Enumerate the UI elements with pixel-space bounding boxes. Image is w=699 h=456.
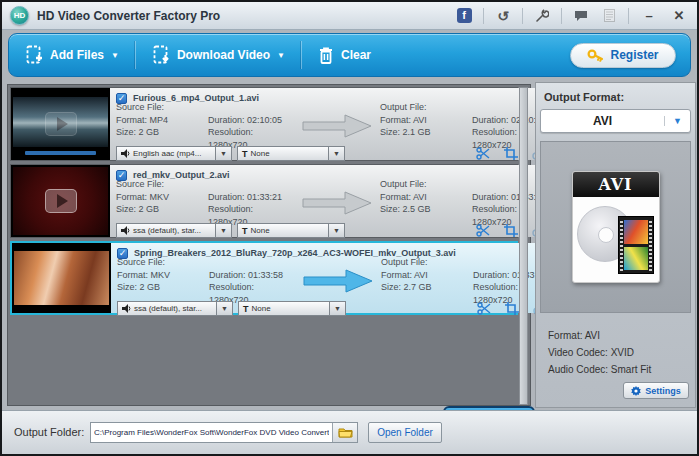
avi-format-icon: AVI [572,171,660,283]
video-thumbnail[interactable] [12,243,111,313]
video-thumbnail[interactable] [11,165,110,237]
subtitle-T-icon: T [243,304,249,314]
subtitle-value: None [252,304,271,313]
trim-scissors-icon[interactable] [476,224,490,237]
speaker-icon [121,149,130,158]
feedback-icon[interactable] [572,8,590,24]
video-row-1[interactable]: ✓ Furious_6_mp4_Output_1.avi ✕ Source Fi… [10,87,518,161]
facebook-icon[interactable]: f [455,8,473,24]
toolbar: Add Files ▼ Download Video ▼ Clear Regis… [8,33,691,77]
folder-icon [338,427,353,438]
subtitle-value: None [251,149,270,158]
format-details: Format: AVI Video Codec: XVID Audio Code… [548,327,691,378]
conversion-arrow-icon [294,189,380,217]
audio-track-dropdown[interactable]: English aac (mp4... ▼ [116,146,232,161]
download-icon [152,45,170,65]
subtitle-dropdown[interactable]: TNone ▼ [237,146,345,161]
chevron-down-icon: ▼ [111,51,119,60]
audio-codec-line: Audio Codec: Smart Fit [548,361,691,378]
titlebar-separator [628,8,629,24]
gear-icon [631,386,641,396]
subtitle-T-icon: T [242,226,248,236]
source-format: Format: MKV [116,191,208,204]
source-heading: Source File: [117,256,295,269]
subtitle-dropdown[interactable]: TNone ▼ [237,223,345,238]
output-folder-input[interactable] [91,423,332,442]
minimize-button[interactable]: – [639,8,659,23]
source-format: Format: MKV [117,269,209,282]
output-format-label: Output Format: [544,91,691,103]
chevron-down-icon: ▼ [664,116,690,126]
crop-icon[interactable] [504,147,518,160]
video-thumbnail[interactable] [11,88,110,160]
register-button[interactable]: Register [570,43,676,68]
trim-scissors-icon[interactable] [477,302,491,315]
source-duration: Duration: 01:33:58 [209,269,295,282]
close-button[interactable]: ✕ [669,8,689,23]
output-format-select[interactable]: AVI ▼ [540,109,691,133]
chevron-down-icon: ▼ [330,301,346,316]
download-video-label: Download Video [177,48,270,62]
audio-track-dropdown[interactable]: ssa (default), star... ▼ [116,223,232,238]
register-label: Register [610,48,658,62]
format-preview-box: AVI [540,141,691,313]
source-heading: Source File: [116,178,294,191]
output-format-value: AVI [541,114,664,128]
chevron-down-icon: ▼ [216,146,232,161]
source-format: Format: MP4 [116,114,208,127]
play-overlay-icon [45,112,77,136]
clear-label: Clear [341,48,371,62]
app-window: HD HD Video Converter Factory Pro f ↺ – … [0,0,699,456]
clear-button[interactable]: Clear [302,34,387,76]
video-row-panel: ✓ Furious_6_mp4_Output_1.avi ✕ Source Fi… [110,88,558,160]
download-video-button[interactable]: Download Video ▼ [136,34,301,76]
format-line: Format: AVI [548,327,691,344]
audio-track-value: English aac (mp4... [133,149,201,158]
audio-track-value: ssa (default), star... [133,226,201,235]
video-row-2[interactable]: ✓ red_mkv_Output_2.avi ✕ Source File: Fo… [10,164,518,238]
app-logo-icon: HD [10,6,29,25]
speaker-icon [121,226,130,235]
wrench-icon[interactable] [533,8,551,24]
add-files-label: Add Files [50,48,104,62]
output-format: Format: AVI [380,191,472,204]
settings-label: Settings [645,386,681,396]
source-duration: Duration: 02:10:05 [208,114,294,127]
output-format-panel: Output Format: AVI ▼ AVI Format: AVI Vid… [535,82,696,408]
titlebar-separator [483,8,484,24]
open-folder-button[interactable]: Open Folder [368,422,442,443]
settings-button[interactable]: Settings [623,382,689,399]
output-format: Format: AVI [381,269,473,282]
play-overlay-icon[interactable] [45,189,77,213]
crop-icon[interactable] [504,224,518,237]
trim-scissors-icon[interactable] [476,147,490,160]
thumbnail-image [14,251,109,305]
output-format: Format: AVI [380,114,472,127]
output-size: Size: 2.7 GB [381,281,473,306]
output-folder-label: Output Folder: [14,426,84,438]
crop-icon[interactable] [505,302,519,315]
subtitle-dropdown[interactable]: TNone ▼ [238,301,346,316]
subtitle-T-icon: T [242,149,248,159]
titlebar-separator [561,8,562,24]
titlebar-separator [522,8,523,24]
browse-folder-button[interactable] [332,423,357,442]
conversion-arrow-icon [294,112,380,140]
filmstrip-icon [618,216,654,274]
log-page-icon[interactable] [600,8,618,24]
speaker-icon [122,304,131,313]
add-files-button[interactable]: Add Files ▼ [9,34,135,76]
subtitle-value: None [251,226,270,235]
video-list: ✓ Furious_6_mp4_Output_1.avi ✕ Source Fi… [7,84,531,406]
trash-icon [318,46,334,65]
list-scrollbar[interactable] [519,87,528,405]
chevron-down-icon: ▼ [217,301,233,316]
chevron-down-icon: ▼ [329,146,345,161]
output-folder-path-box [90,422,358,443]
main-area: ✓ Furious_6_mp4_Output_1.avi ✕ Source Fi… [2,82,697,408]
avi-banner-label: AVI [573,172,659,197]
source-file-info: Source File: Format: MKVDuration: 01:33:… [116,178,294,228]
undo-icon[interactable]: ↺ [494,8,512,24]
video-row-3-selected[interactable]: ✓ Spring_Breakers_2012_BluRay_720p_x264_… [10,241,518,315]
audio-track-dropdown[interactable]: ssa (default), star... ▼ [117,301,233,316]
